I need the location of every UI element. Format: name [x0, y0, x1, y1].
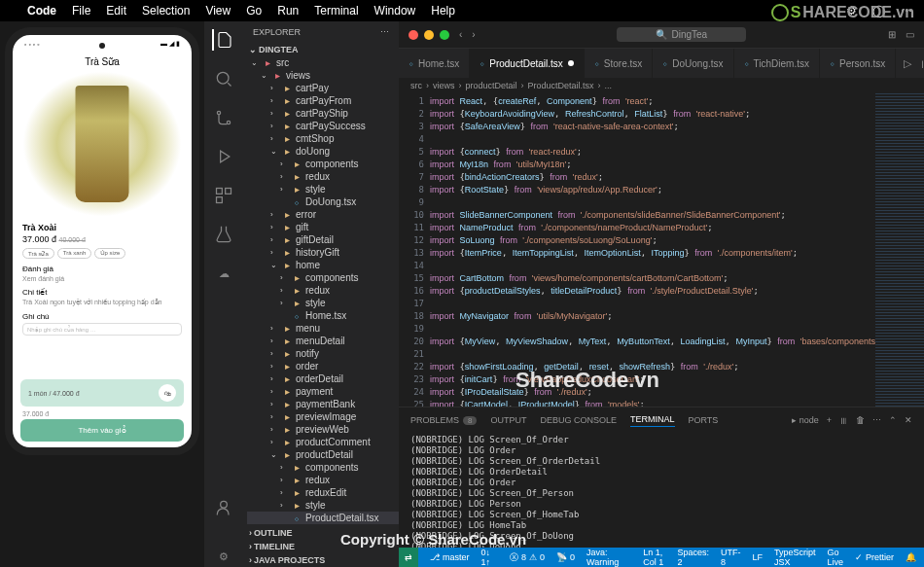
more-icon[interactable]: ⋯ — [380, 27, 389, 37]
menu-file[interactable]: File — [72, 4, 90, 18]
folder-item[interactable]: ›▸components — [247, 461, 399, 474]
project-header[interactable]: ⌄ DINGTEA — [243, 43, 399, 56]
search-icon[interactable] — [213, 68, 234, 89]
folder-item[interactable]: ⌄▸doUong — [247, 145, 399, 158]
remote-icon[interactable]: ⇄ — [399, 548, 418, 567]
folder-item[interactable]: ›▸cartPayFrom — [247, 94, 399, 107]
menu-view[interactable]: View — [205, 4, 231, 18]
cloud-icon[interactable]: ☁ — [213, 263, 234, 284]
folder-item[interactable]: ›▸style — [247, 297, 399, 309]
folder-item[interactable]: ›▸previewWeb — [247, 423, 399, 436]
panel-icon[interactable]: ▭ — [906, 29, 914, 40]
folder-item[interactable]: ›▸redux — [247, 284, 399, 297]
terminal-tab[interactable]: TERMINAL — [630, 414, 675, 427]
folder-item[interactable]: ›▸giftDetail — [247, 233, 399, 246]
rating-link[interactable]: Xem đánh giá — [22, 275, 182, 282]
menu-terminal[interactable]: Terminal — [314, 4, 358, 18]
maximize-icon[interactable]: ⋯ — [872, 415, 881, 425]
folder-item[interactable]: ⌄▸productDetail — [247, 448, 399, 461]
split-icon[interactable]: ⫼ — [919, 57, 924, 69]
nav-fwd-icon[interactable]: › — [472, 29, 475, 40]
note-input[interactable]: Nhập ghi chú của hàng … — [22, 323, 182, 336]
menu-help[interactable]: Help — [431, 4, 455, 18]
java-status[interactable]: Java: Warning — [586, 548, 631, 567]
minimap[interactable] — [875, 93, 924, 407]
file-item[interactable]: ⬦ProductDetail.tsx — [247, 512, 399, 524]
account-icon[interactable] — [213, 497, 234, 518]
folder-item[interactable]: ›▸cartPayShip — [247, 107, 399, 120]
folder-item[interactable]: ›▸order — [247, 360, 399, 372]
folder-item[interactable]: ⌄▸src — [247, 56, 399, 69]
indentation[interactable]: Spaces: 2 — [677, 548, 709, 567]
add-to-cart-button[interactable]: Thêm vào giỏ — [20, 419, 184, 442]
folder-item[interactable]: ›▸menuDetail — [247, 335, 399, 347]
scm-icon[interactable] — [213, 107, 234, 128]
problems-tab[interactable]: PROBLEMS 8 — [410, 415, 477, 425]
folder-item[interactable]: ›▸orderDetail — [247, 372, 399, 385]
command-center[interactable]: 🔍 DingTea — [617, 27, 746, 42]
editor-tab[interactable]: ⬦Store.tsx — [585, 49, 653, 78]
folder-item[interactable]: ›▸redux — [247, 474, 399, 486]
size-pill[interactable]: Trà xanh — [57, 248, 91, 259]
port-indicator[interactable]: 📡 0 — [556, 552, 575, 562]
breadcrumb[interactable]: src › views › productDetail › ProductDet… — [399, 78, 924, 93]
folder-item[interactable]: ›▸payment — [247, 385, 399, 398]
menu-window[interactable]: Window — [374, 4, 416, 18]
folder-item[interactable]: ›▸cmtShop — [247, 132, 399, 145]
editor-tab[interactable]: ⬦TichDiem.tsx — [734, 49, 820, 78]
folder-item[interactable]: ›▸redux — [247, 170, 399, 183]
run-icon[interactable]: ▷ — [904, 57, 911, 70]
layout-icon[interactable]: ⊞ — [888, 29, 896, 40]
folder-item[interactable]: ›▸style — [247, 499, 399, 512]
traffic-lights[interactable] — [409, 30, 449, 40]
debug-console-tab[interactable]: DEBUG CONSOLE — [540, 415, 617, 425]
folder-item[interactable]: ›▸error — [247, 208, 399, 221]
terminal-shell[interactable]: ▸ node — [792, 415, 819, 425]
size-pill[interactable]: Trà sữa — [22, 248, 54, 259]
file-item[interactable]: ⬦Home.tsx — [247, 309, 399, 322]
sync-indicator[interactable]: 0↓ 1↑ — [481, 548, 498, 567]
folder-item[interactable]: ›▸historyGift — [247, 246, 399, 259]
output-tab[interactable]: OUTPUT — [490, 415, 526, 425]
menu-run[interactable]: Run — [277, 4, 299, 18]
settings-icon[interactable]: ⚙ — [213, 546, 234, 567]
go-live[interactable]: Go Live — [827, 548, 843, 567]
size-pill[interactable]: Úp size — [94, 248, 125, 259]
editor-tab[interactable]: ⬦Person.tsx — [820, 49, 896, 78]
menu-edit[interactable]: Edit — [106, 4, 126, 18]
explorer-icon[interactable] — [212, 29, 233, 51]
language-mode[interactable]: TypeScript JSX — [774, 548, 816, 567]
folder-item[interactable]: ›▸previewImage — [247, 410, 399, 423]
folder-item[interactable]: ›▸cartPaySuccess — [247, 120, 399, 132]
new-terminal-icon[interactable]: + — [827, 415, 832, 425]
prettier-status[interactable]: ✓ Prettier — [855, 548, 894, 567]
folder-item[interactable]: ›▸cartPay — [247, 82, 399, 94]
folder-item[interactable]: ›▸paymentBank — [247, 398, 399, 410]
menu-selection[interactable]: Selection — [142, 4, 190, 18]
extensions-icon[interactable] — [213, 185, 234, 206]
trash-icon[interactable]: 🗑 — [856, 415, 865, 425]
nav-back-icon[interactable]: ‹ — [459, 29, 462, 40]
editor-tab[interactable]: ⬦Home.tsx — [399, 49, 470, 78]
cursor-position[interactable]: Ln 1, Col 1 — [643, 548, 665, 567]
branch-indicator[interactable]: ⎇ master — [430, 552, 470, 562]
folder-item[interactable]: ›▸style — [247, 183, 399, 195]
close-panel-icon[interactable]: ✕ — [905, 415, 912, 425]
code-editor[interactable]: import React, {createRef, Component} fro… — [430, 93, 875, 407]
cart-summary-row[interactable]: 1 món / 47.000 đ 🛍 — [20, 379, 184, 407]
eol[interactable]: LF — [752, 548, 763, 567]
test-icon[interactable] — [213, 224, 234, 245]
menu-go[interactable]: Go — [246, 4, 262, 18]
editor-tab[interactable]: ⬦DoUong.tsx — [653, 49, 733, 78]
folder-item[interactable]: ›▸notify — [247, 347, 399, 360]
java-projects-section[interactable]: › JAVA PROJECTS — [243, 553, 399, 567]
folder-item[interactable]: ⌄▸home — [247, 259, 399, 271]
folder-item[interactable]: ›▸components — [247, 158, 399, 170]
folder-item[interactable]: ›▸components — [247, 271, 399, 284]
debug-icon[interactable] — [213, 146, 234, 167]
folder-item[interactable]: ›▸reduxEdit — [247, 486, 399, 499]
file-item[interactable]: ⬦DoUong.tsx — [247, 195, 399, 208]
chevron-up-icon[interactable]: ⌃ — [889, 415, 897, 425]
editor-tab[interactable]: ⬦ProductDetail.tsx — [470, 49, 585, 78]
folder-item[interactable]: ›▸gift — [247, 221, 399, 233]
